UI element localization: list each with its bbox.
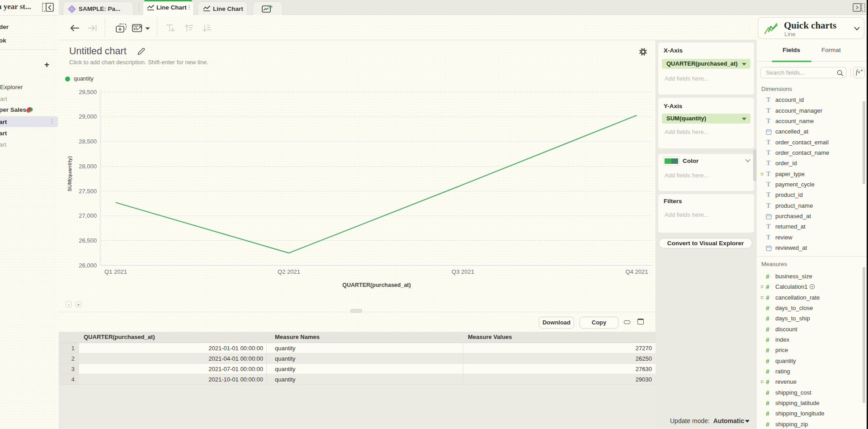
svg-text:28,000: 28,000: [79, 163, 97, 170]
svg-text:27,000: 27,000: [79, 212, 97, 219]
svg-text:Q4 2021: Q4 2021: [626, 268, 648, 275]
svg-text:29,000: 29,000: [79, 113, 97, 120]
svg-text:28,500: 28,500: [79, 138, 97, 145]
svg-text:26,000: 26,000: [79, 262, 97, 269]
svg-text:Q1 2021: Q1 2021: [104, 268, 127, 275]
svg-text:QUARTER(purchased_at): QUARTER(purchased_at): [342, 282, 410, 288]
svg-text:SUM(quantity): SUM(quantity): [67, 156, 72, 191]
svg-text:26,500: 26,500: [79, 237, 97, 244]
svg-text:Q3 2021: Q3 2021: [452, 268, 474, 275]
svg-text:Q2 2021: Q2 2021: [278, 268, 300, 275]
svg-text:27,500: 27,500: [79, 188, 97, 195]
svg-text:29,500: 29,500: [79, 89, 97, 95]
